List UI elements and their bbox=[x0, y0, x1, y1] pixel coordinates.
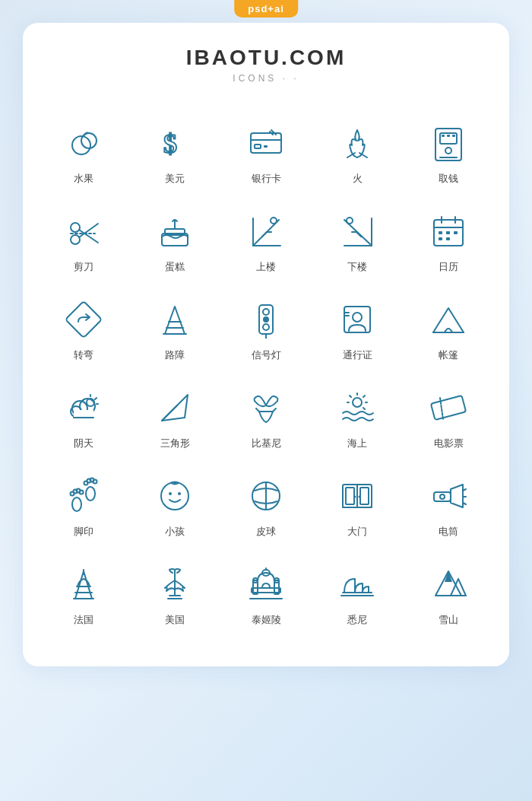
svg-rect-105 bbox=[434, 492, 451, 501]
triangle-icon bbox=[152, 385, 198, 431]
list-item: 美国 bbox=[129, 548, 220, 636]
icon-label: 电影票 bbox=[434, 437, 464, 450]
svg-rect-42 bbox=[439, 237, 442, 240]
scissors-icon bbox=[61, 208, 106, 254]
svg-point-87 bbox=[86, 487, 95, 501]
icon-label: 皮球 bbox=[256, 525, 276, 539]
icon-label: 美元 bbox=[165, 172, 185, 186]
list-item: 皮球 bbox=[220, 459, 312, 548]
list-item: 小孩 bbox=[129, 459, 220, 548]
svg-point-19 bbox=[71, 223, 80, 232]
svg-rect-6 bbox=[264, 145, 268, 148]
svg-line-75 bbox=[363, 396, 365, 397]
list-item: 海上 bbox=[312, 371, 403, 459]
france-icon bbox=[61, 561, 106, 607]
svg-text:$: $ bbox=[163, 129, 177, 159]
svg-marker-45 bbox=[165, 307, 185, 334]
list-item: 帐篷 bbox=[403, 283, 494, 371]
svg-rect-16 bbox=[447, 135, 450, 137]
icon-label: 路障 bbox=[165, 348, 185, 362]
svg-line-78 bbox=[350, 396, 351, 397]
ball-icon bbox=[243, 473, 289, 519]
list-item: 路障 bbox=[129, 283, 220, 371]
svg-line-77 bbox=[363, 408, 365, 409]
icon-label: 阴天 bbox=[74, 437, 93, 450]
svg-rect-80 bbox=[431, 396, 466, 420]
svg-point-73 bbox=[353, 398, 362, 407]
svg-rect-41 bbox=[454, 231, 458, 234]
footprint-icon bbox=[61, 473, 106, 519]
svg-rect-54 bbox=[344, 307, 370, 332]
icon-label: 悉尼 bbox=[347, 613, 367, 627]
icon-label: 雪山 bbox=[439, 613, 458, 627]
bikini-icon bbox=[243, 385, 289, 431]
svg-point-104 bbox=[359, 496, 361, 498]
svg-point-103 bbox=[354, 496, 356, 498]
svg-rect-40 bbox=[446, 231, 450, 234]
gate-icon bbox=[334, 473, 380, 519]
svg-rect-39 bbox=[439, 231, 442, 234]
list-item: 日历 bbox=[403, 195, 494, 283]
icon-label: 海上 bbox=[347, 437, 367, 450]
dollar-icon: $ bbox=[152, 120, 198, 166]
svg-point-107 bbox=[440, 494, 445, 499]
svg-point-13 bbox=[445, 148, 451, 154]
snowmountain-icon bbox=[426, 561, 471, 607]
traffic-cone-icon bbox=[152, 297, 198, 342]
svg-point-82 bbox=[72, 497, 81, 511]
svg-rect-3 bbox=[251, 133, 281, 153]
sydney-icon bbox=[334, 561, 380, 607]
list-item: 蛋糕 bbox=[129, 195, 220, 283]
escalator-down-icon bbox=[334, 208, 380, 254]
icon-label: 下楼 bbox=[347, 260, 367, 274]
icon-label: 帐篷 bbox=[439, 348, 458, 362]
list-item: 悉尼 bbox=[312, 548, 403, 636]
svg-point-52 bbox=[263, 324, 269, 330]
list-item: 剪刀 bbox=[38, 195, 129, 283]
list-item: 电筒 bbox=[403, 459, 494, 548]
svg-point-93 bbox=[169, 492, 172, 495]
icon-label: 剪刀 bbox=[74, 260, 93, 274]
calendar-icon bbox=[426, 208, 471, 254]
icon-label: 大门 bbox=[347, 525, 367, 539]
icon-label: 信号灯 bbox=[252, 348, 281, 362]
icon-label: 法国 bbox=[74, 613, 93, 627]
tent-icon bbox=[426, 297, 471, 342]
escalator-up-icon bbox=[243, 208, 289, 254]
icon-label: 蛋糕 bbox=[165, 260, 185, 274]
list-item: 脚印 bbox=[38, 459, 129, 548]
traffic-light-icon bbox=[243, 297, 289, 342]
icon-label: 泰姬陵 bbox=[252, 613, 281, 627]
card-title: IBAOTU.COM bbox=[38, 46, 494, 70]
svg-rect-62 bbox=[74, 410, 93, 418]
list-item: 电影票 bbox=[403, 371, 494, 459]
list-item: 火 bbox=[312, 106, 403, 195]
svg-line-114 bbox=[84, 571, 92, 599]
svg-rect-5 bbox=[255, 145, 261, 148]
list-item: $ 美元 bbox=[129, 106, 220, 195]
cloudy-icon bbox=[61, 385, 106, 431]
list-item: 取钱 bbox=[403, 106, 494, 195]
svg-point-55 bbox=[353, 313, 362, 322]
ticket-icon bbox=[426, 385, 471, 431]
psd-ai-badge: psd+ai bbox=[234, 0, 298, 17]
icon-label: 火 bbox=[353, 172, 363, 186]
list-item: 雪山 bbox=[403, 548, 494, 636]
list-item: 泰姬陵 bbox=[220, 548, 312, 636]
usa-icon bbox=[152, 561, 198, 607]
list-item: 转弯 bbox=[38, 283, 129, 371]
svg-point-95 bbox=[174, 482, 176, 485]
fire-icon bbox=[334, 120, 380, 166]
list-item: 法国 bbox=[38, 548, 129, 636]
svg-line-72 bbox=[273, 408, 276, 412]
svg-rect-43 bbox=[446, 237, 450, 240]
flashlight-icon bbox=[426, 473, 471, 519]
atm-icon bbox=[426, 120, 471, 166]
svg-point-92 bbox=[161, 482, 188, 510]
sea-icon bbox=[334, 385, 380, 431]
svg-rect-44 bbox=[65, 301, 102, 338]
icon-label: 银行卡 bbox=[252, 172, 281, 186]
svg-point-50 bbox=[263, 309, 269, 315]
fruit-icon bbox=[61, 120, 106, 166]
list-item: 水果 bbox=[38, 106, 129, 195]
